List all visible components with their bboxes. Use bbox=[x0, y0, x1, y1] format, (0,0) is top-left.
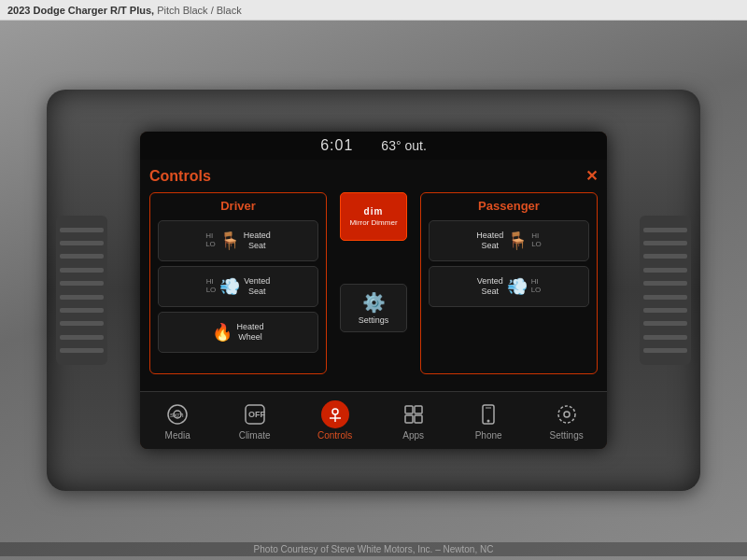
screen-temp: 63° out. bbox=[381, 138, 426, 153]
mirror-dimmer-button[interactable]: dim Mirror Dimmer bbox=[340, 192, 407, 241]
media-icon: sxm bbox=[163, 400, 191, 428]
photo-credit: Photo Courtesy of Steve White Motors, In… bbox=[0, 542, 747, 556]
passenger-vented-seat-icon: 💨 bbox=[507, 276, 528, 297]
driver-heated-seat-button[interactable]: HILO 🪑 HeatedSeat bbox=[158, 220, 318, 261]
driver-vented-seat-button[interactable]: HILO 💨 VentedSeat bbox=[158, 266, 318, 307]
svg-rect-8 bbox=[405, 406, 413, 413]
passenger-heated-seat-label: HeatedSeat bbox=[476, 231, 503, 251]
climate-label: Climate bbox=[239, 430, 271, 441]
heated-wheel-icon: 🔥 bbox=[212, 322, 233, 343]
svg-text:OFF: OFF bbox=[248, 410, 265, 419]
middle-column: dim Mirror Dimmer ⚙️ Settings bbox=[336, 192, 411, 374]
apps-icon bbox=[400, 400, 428, 428]
vented-seat-icon: 💨 bbox=[219, 276, 240, 297]
mirror-dimmer-label: Mirror Dimmer bbox=[349, 218, 397, 227]
passenger-vented-seat-button[interactable]: VentedSeat 💨 HILO bbox=[429, 266, 589, 307]
close-button[interactable]: ✕ bbox=[585, 167, 598, 185]
heated-seat-icon: 🪑 bbox=[219, 231, 240, 251]
settings-gear-icon: ⚙️ bbox=[362, 291, 386, 314]
main-content: 6:01 63° out. Controls ✕ Driver bbox=[0, 21, 747, 560]
svg-point-16 bbox=[558, 406, 575, 423]
controls-nav-label: Controls bbox=[317, 430, 352, 441]
driver-heated-wheel-label: HeatedWheel bbox=[236, 322, 263, 343]
svg-rect-9 bbox=[415, 406, 422, 413]
page-title: 2023 Dodge Charger R/T Plus, bbox=[7, 5, 154, 16]
controls-icon bbox=[321, 400, 349, 428]
nav-bar: sxm Media OFF Climate bbox=[140, 391, 607, 449]
nav-settings[interactable]: Settings bbox=[541, 397, 593, 444]
infotainment-screen: 6:01 63° out. Controls ✕ Driver bbox=[140, 132, 607, 449]
svg-text:sxm: sxm bbox=[170, 411, 184, 419]
passenger-label: Passenger bbox=[429, 199, 589, 213]
right-vent bbox=[640, 216, 691, 365]
driver-panel: Driver HILO 🪑 HeatedSeat bbox=[149, 192, 327, 374]
media-label: Media bbox=[165, 430, 190, 441]
nav-media[interactable]: sxm Media bbox=[154, 397, 201, 444]
color-info: Pitch Black / Black bbox=[157, 5, 241, 16]
controls-title: Controls bbox=[149, 168, 211, 185]
screen-time: 6:01 bbox=[320, 137, 353, 154]
passenger-heated-seat-icon: 🪑 bbox=[507, 231, 528, 251]
svg-point-5 bbox=[332, 409, 338, 414]
apps-label: Apps bbox=[402, 430, 424, 441]
driver-label: Driver bbox=[158, 199, 318, 213]
settings-nav-icon bbox=[553, 400, 581, 428]
nav-phone[interactable]: Phone bbox=[465, 397, 512, 444]
nav-apps[interactable]: Apps bbox=[390, 397, 437, 444]
passenger-heated-seat-button[interactable]: HeatedSeat 🪑 HILO bbox=[429, 220, 589, 261]
settings-nav-label: Settings bbox=[550, 430, 584, 441]
settings-mid-button[interactable]: ⚙️ Settings bbox=[340, 284, 407, 332]
driver-vented-seat-label: VentedSeat bbox=[244, 276, 270, 297]
panels-row: Driver HILO 🪑 HeatedSeat bbox=[149, 192, 598, 374]
left-vent bbox=[56, 216, 107, 365]
passenger-panel: Passenger HeatedSeat 🪑 HILO bbox=[420, 192, 598, 374]
controls-header: Controls ✕ bbox=[149, 167, 598, 185]
top-bar: 2023 Dodge Charger R/T Plus, Pitch Black… bbox=[0, 0, 747, 21]
mirror-dimmer-logo: dim bbox=[364, 206, 384, 217]
driver-heated-wheel-button[interactable]: 🔥 HeatedWheel bbox=[158, 312, 318, 353]
dashboard-surround: 6:01 63° out. Controls ✕ Driver bbox=[47, 90, 700, 491]
nav-controls[interactable]: Controls bbox=[308, 397, 361, 444]
svg-rect-10 bbox=[405, 415, 413, 423]
climate-icon: OFF bbox=[241, 400, 269, 428]
svg-point-15 bbox=[564, 412, 570, 417]
svg-rect-11 bbox=[415, 415, 422, 423]
passenger-vented-seat-label: VentedSeat bbox=[477, 276, 503, 297]
status-bar: 6:01 63° out. bbox=[140, 132, 607, 160]
settings-mid-label: Settings bbox=[359, 315, 389, 325]
svg-point-13 bbox=[487, 420, 490, 423]
driver-heated-seat-label: HeatedSeat bbox=[244, 231, 271, 251]
phone-label: Phone bbox=[475, 430, 502, 441]
controls-panel: Controls ✕ Driver HILO 🪑 bbox=[140, 160, 607, 391]
phone-icon bbox=[474, 400, 502, 428]
nav-climate[interactable]: OFF Climate bbox=[230, 397, 280, 444]
